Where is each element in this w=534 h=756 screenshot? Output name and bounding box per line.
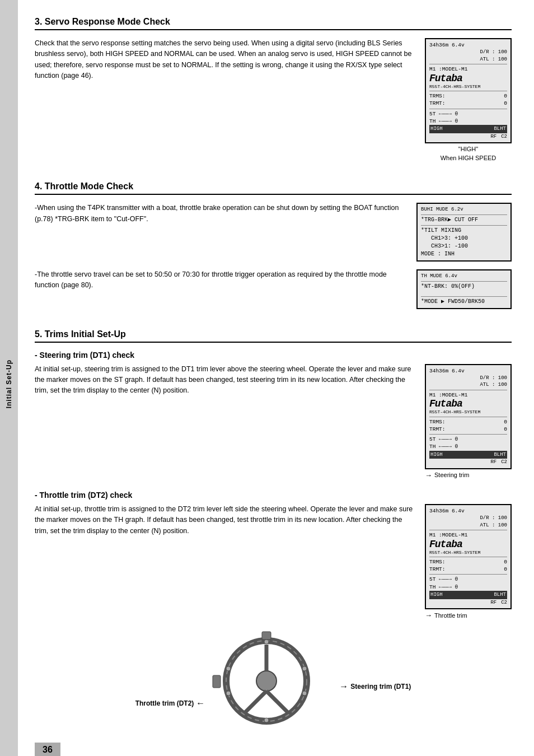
lcd-time: 34h36m 6.4v xyxy=(429,41,465,49)
wheel-svg xyxy=(210,631,322,726)
throttle-trim-dt2-label: Throttle trim (DT2) xyxy=(135,699,194,707)
th-lcd-time: 34h36m 6.4v xyxy=(429,507,465,515)
section-4: 4. Throttle Mode Check -When using the T… xyxy=(35,181,512,309)
lcd-trms: TRMS:0 xyxy=(429,92,507,100)
steering-trim-heading: - Steering trim (DT1) check xyxy=(35,351,512,360)
lcd-dr: D/R : 100 xyxy=(480,49,507,56)
th-lcd-th: TH ←——→ θ xyxy=(429,584,507,591)
svg-point-10 xyxy=(226,691,231,696)
st-lcd-st: 5T ←——→ θ xyxy=(429,436,507,443)
st-lcd-trms: TRMS:0 xyxy=(429,418,507,426)
section-3: 3. Servo Response Mode Check Check that … xyxy=(35,17,512,161)
throttle-trim-arrow-label: Throttle trim xyxy=(425,611,467,619)
th-lcd-trms: TRMS:0 xyxy=(429,558,507,566)
throttle-trim-heading: - Throttle trim (DT2) check xyxy=(35,491,512,500)
section-4-lcd2: TH MUDE 6.4v *NT-BRK: 0%(OFF) *MODE ▶ FW… xyxy=(416,269,512,309)
throttle-trim-text: At initial set-up, throttle trim is assi… xyxy=(35,504,416,536)
throttle-trim-row: At initial set-up, throttle trim is assi… xyxy=(35,504,512,619)
lcd-t2-spacer xyxy=(421,291,507,295)
lcd-system: R55T-4CH-HRS-SYSTEM xyxy=(429,83,507,90)
lcd-caption: "HIGH" xyxy=(458,146,478,152)
svg-point-8 xyxy=(302,691,307,696)
lcd-highlight: HIGHBLHT xyxy=(429,125,507,133)
sidebar-label: Initial Set-Up xyxy=(5,360,13,408)
lcd-t1-l6: MODE : INH xyxy=(421,250,507,258)
page-container: Initial Set-Up 3. Servo Response Mode Ch… xyxy=(0,0,534,756)
steering-trim-dt1-label-area: → Steering trim (DT1) xyxy=(339,682,411,692)
main-content: 3. Servo Response Mode Check Check that … xyxy=(18,0,534,756)
steering-trim-section: - Steering trim (DT1) check At initial s… xyxy=(35,351,512,479)
th-lcd-dr: D/R : 100 xyxy=(480,515,507,522)
st-lcd-futaba: Futaba xyxy=(429,399,507,409)
bottom-diagram: Throttle trim (DT2) ← xyxy=(35,631,512,731)
section-3-text: Check that the servo response setting ma… xyxy=(35,38,416,82)
st-lcd-rf: RFC2 xyxy=(429,459,507,466)
svg-line-4 xyxy=(266,691,289,713)
section-5: 5. Trims Initial Set-Up - Steering trim … xyxy=(35,329,512,732)
steering-label-area: → Steering trim (DT1) xyxy=(339,670,411,692)
wheel-svg-container xyxy=(210,631,334,731)
st-lcd-time: 34h36m 6.4v xyxy=(429,367,465,375)
steering-trim-image: 34h36m 6.4v D/R : 100 ATL : 100 M1 :MODE… xyxy=(425,364,512,479)
svg-rect-13 xyxy=(262,632,271,640)
sidebar-tab: Initial Set-Up xyxy=(0,0,18,756)
lcd-st-bar: 5T ←——→ θ xyxy=(429,110,507,118)
lcd-atl: ATL : 100 xyxy=(480,56,507,63)
lcd-caption2: When HIGH SPEED xyxy=(441,155,496,161)
st-lcd-high: HIGHBLHT xyxy=(429,451,507,459)
lcd-th-bar: TH ←——→ θ xyxy=(429,118,507,125)
throttle-arrow-icon: ← xyxy=(196,698,205,708)
page-number: 36 xyxy=(35,743,60,756)
lcd-t1-l1: BUHI MUDE 6.2v xyxy=(421,206,507,213)
lcd-t1-l5: CH3>1: -100 xyxy=(421,242,507,250)
steering-trim-text: At initial set-up, steering trim is assi… xyxy=(35,364,416,396)
st-lcd-model: M1 :MODEL-M1 xyxy=(429,391,507,399)
st-lcd-trmt: TRMT:0 xyxy=(429,426,507,433)
th-lcd-rf: RFC2 xyxy=(429,599,507,606)
lcd-t2-l2: *NT-BRK: 0%(OFF) xyxy=(421,283,507,291)
lcd-trmt: TRMT:0 xyxy=(429,100,507,107)
st-lcd-dr: D/R : 100 xyxy=(480,375,507,382)
lcd-t1-l2: *TRG-BRK▶ CUT OFF xyxy=(421,216,507,224)
throttle-label-area: Throttle trim (DT2) ← xyxy=(135,654,205,708)
st-lcd-system: R55T-4CH-HRS-SYSTEM xyxy=(429,409,507,415)
th-lcd-high: HIGHBLHT xyxy=(429,591,507,599)
section-4-heading: 4. Throttle Mode Check xyxy=(35,181,512,195)
th-lcd-system: R55T-4CH-HRS-SYSTEM xyxy=(429,549,507,556)
section-3-row: Check that the servo response setting ma… xyxy=(35,38,512,161)
th-lcd-model: M1 :MODEL-M1 xyxy=(429,531,507,539)
section-4-para2: -The throttle servo travel can be set to… xyxy=(35,269,407,291)
lcd-model: M1 :MODEL-M1 xyxy=(429,66,507,73)
svg-line-3 xyxy=(244,691,266,713)
svg-point-11 xyxy=(226,666,231,671)
throttle-trim-label: Throttle trim (DT2) ← xyxy=(135,698,205,708)
lcd-servo: 34h36m 6.4v D/R : 100 ATL : 100 M1 :MODE… xyxy=(425,38,512,143)
th-lcd-trmt: TRMT:0 xyxy=(429,566,507,573)
svg-point-1 xyxy=(256,671,277,691)
section-3-image: 34h36m 6.4v D/R : 100 ATL : 100 M1 :MODE… xyxy=(425,38,512,161)
svg-rect-12 xyxy=(213,675,221,688)
svg-point-9 xyxy=(264,718,269,722)
lcd-futaba-logo: Futaba xyxy=(429,73,507,83)
section-4-para1: -When using the T4PK transmitter with a … xyxy=(35,203,407,225)
th-lcd-st: 5T ←——→ θ xyxy=(429,576,507,583)
lcd-throttle1: BUHI MUDE 6.2v *TRG-BRK▶ CUT OFF *TILT M… xyxy=(416,203,512,262)
svg-point-7 xyxy=(302,666,307,671)
lcd-t1-l3: *TILT MIXING xyxy=(421,227,507,235)
svg-point-6 xyxy=(264,640,269,644)
th-lcd-futaba: Futaba xyxy=(429,539,507,549)
steering-trim-arrow-label: Steering trim xyxy=(425,471,469,479)
throttle-trim-image: 34h36m 6.4v D/R : 100 ATL : 100 M1 :MODE… xyxy=(425,504,512,619)
section-3-heading: 3. Servo Response Mode Check xyxy=(35,17,512,30)
steering-arrow-icon: → xyxy=(339,682,348,692)
throttle-trim-section: - Throttle trim (DT2) check At initial s… xyxy=(35,491,512,619)
lcd-rf: RFC2 xyxy=(429,133,507,141)
th-lcd-atl: ATL : 100 xyxy=(480,522,507,529)
lcd-throttle-trim: 34h36m 6.4v D/R : 100 ATL : 100 M1 :MODE… xyxy=(425,504,512,609)
st-lcd-th: TH ←——→ θ xyxy=(429,443,507,450)
lcd-throttle2: TH MUDE 6.4v *NT-BRK: 0%(OFF) *MODE ▶ FW… xyxy=(416,269,512,309)
section-4-row2: -The throttle servo travel can be set to… xyxy=(35,269,512,309)
lcd-steering: 34h36m 6.4v D/R : 100 ATL : 100 M1 :MODE… xyxy=(425,364,512,469)
lcd-t2-l1: TH MUDE 6.4v xyxy=(421,273,507,280)
st-lcd-atl: ATL : 100 xyxy=(480,381,507,389)
